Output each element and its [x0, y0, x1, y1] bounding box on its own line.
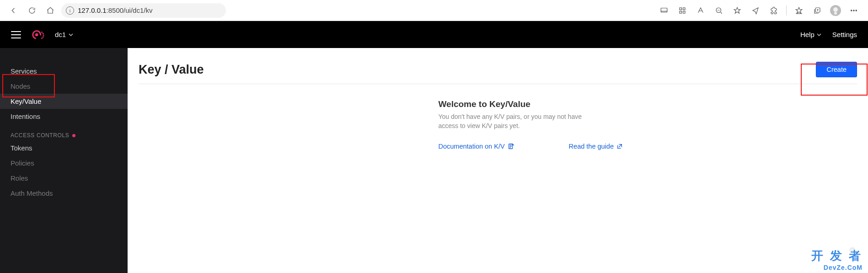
svg-rect-2	[683, 8, 686, 10]
settings-link[interactable]: Settings	[832, 31, 857, 38]
svg-point-8	[853, 10, 854, 11]
sidebar-item-tokens[interactable]: Tokens	[0, 140, 128, 155]
watermark-line1: 开 发 者	[811, 249, 863, 262]
svg-point-7	[851, 10, 852, 11]
collections-icon[interactable]	[809, 3, 825, 18]
status-dot-icon	[72, 134, 75, 137]
svg-point-16	[41, 37, 43, 39]
sidebar: Services Nodes Key/Value Intentions ACCE…	[0, 48, 128, 273]
datacenter-selector[interactable]: dc1	[55, 31, 73, 38]
guide-link[interactable]: Read the guide	[569, 143, 623, 150]
svg-rect-4	[683, 11, 686, 13]
document-icon	[508, 143, 514, 150]
svg-point-12	[41, 31, 43, 32]
more-icon[interactable]	[846, 3, 862, 18]
read-aloud-icon[interactable]	[693, 3, 708, 18]
send-icon[interactable]	[748, 3, 763, 18]
section-label: ACCESS CONTROLS	[11, 132, 69, 139]
svg-point-11	[35, 33, 38, 36]
desktop-icon[interactable]	[656, 3, 672, 18]
link-label: Read the guide	[569, 143, 614, 150]
watermark-brand: 开 发 者 DevZe.CoM	[811, 248, 863, 271]
external-link-icon	[616, 143, 623, 150]
browser-toolbar: i 127.0.0.1:8500/ui/dc1/kv	[0, 0, 868, 21]
datacenter-label: dc1	[55, 31, 66, 38]
home-button[interactable]	[43, 3, 58, 18]
zoom-out-icon[interactable]	[711, 3, 727, 18]
consul-logo-icon	[31, 28, 45, 42]
svg-point-15	[43, 36, 44, 37]
url-text: 127.0.0.1:8500/ui/dc1/kv	[78, 6, 152, 14]
create-button[interactable]: Create	[816, 62, 857, 77]
sidebar-item-nodes[interactable]: Nodes	[0, 79, 128, 94]
svg-point-14	[43, 34, 44, 36]
divider	[786, 5, 787, 16]
favorites-bar-icon[interactable]	[791, 3, 807, 18]
main-content: Key / Value Create Welcome to Key/Value …	[128, 48, 868, 273]
sidebar-item-intentions[interactable]: Intentions	[0, 109, 128, 124]
svg-rect-3	[680, 11, 682, 13]
profile-avatar[interactable]	[828, 3, 843, 18]
documentation-link[interactable]: Documentation on K/V	[439, 143, 514, 150]
sidebar-item-roles[interactable]: Roles	[0, 171, 128, 186]
link-label: Documentation on K/V	[439, 143, 505, 150]
site-info-icon[interactable]: i	[66, 6, 74, 15]
help-label: Help	[800, 31, 814, 38]
back-button[interactable]	[6, 3, 21, 18]
help-menu[interactable]: Help	[800, 31, 821, 38]
extension-icon[interactable]	[766, 3, 782, 18]
sidebar-item-keyvalue[interactable]: Key/Value	[0, 94, 128, 109]
empty-state: Welcome to Key/Value You don't have any …	[370, 99, 626, 150]
chevron-down-icon	[69, 32, 73, 37]
sidebar-item-auth-methods[interactable]: Auth Methods	[0, 186, 128, 201]
svg-rect-0	[661, 8, 667, 12]
empty-state-subtitle: You don't have any K/V pairs, or you may…	[439, 112, 599, 131]
app-header: dc1 Help Settings	[0, 21, 868, 48]
sidebar-section-access-controls: ACCESS CONTROLS	[0, 124, 128, 140]
svg-rect-1	[680, 8, 682, 10]
grid-icon[interactable]	[675, 3, 690, 18]
watermark-line2: DevZe.CoM	[811, 264, 863, 271]
menu-toggle-icon[interactable]	[11, 31, 21, 38]
svg-point-13	[43, 32, 44, 34]
address-bar[interactable]: i 127.0.0.1:8500/ui/dc1/kv	[61, 3, 226, 18]
chevron-down-icon	[817, 32, 821, 37]
browser-right-icons	[656, 3, 862, 18]
svg-point-9	[856, 10, 857, 11]
favorite-icon[interactable]	[729, 3, 745, 18]
empty-state-title: Welcome to Key/Value	[439, 99, 626, 109]
sidebar-item-policies[interactable]: Policies	[0, 155, 128, 171]
page-title: Key / Value	[139, 63, 204, 77]
sidebar-item-services[interactable]: Services	[0, 64, 128, 79]
refresh-button[interactable]	[25, 3, 39, 18]
